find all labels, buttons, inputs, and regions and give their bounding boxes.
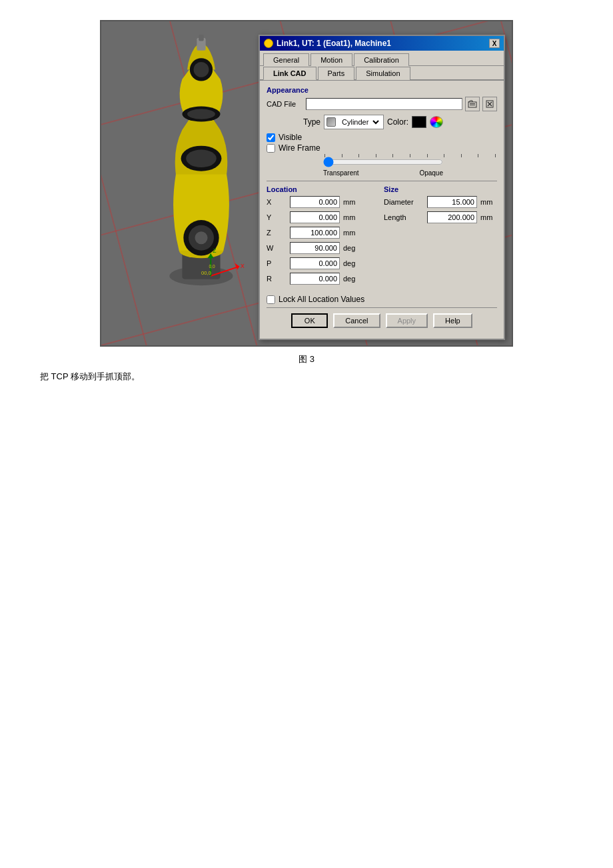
svg-text:00,0: 00,0 (201, 270, 211, 276)
cad-file-input[interactable] (306, 98, 462, 110)
p-unit: deg (343, 259, 360, 267)
p-label: P (267, 259, 287, 267)
length-field-row: Length mm (384, 211, 497, 223)
help-button[interactable]: Help (433, 313, 472, 328)
button-row: OK Cancel Apply Help (267, 307, 497, 333)
tab-general[interactable]: General (263, 53, 309, 66)
svg-text:0,0: 0,0 (209, 264, 215, 269)
dialog-title-left: Link1, UT: 1 (Eoat1), Machine1 (264, 39, 391, 48)
description: 把 TCP 移动到手抓顶部。 (20, 371, 140, 383)
tab-simulation[interactable]: Simulation (356, 67, 410, 80)
p-input[interactable] (290, 257, 340, 269)
type-select[interactable]: Cylinder Box Sphere (338, 116, 381, 128)
w-label: W (267, 244, 287, 252)
y-unit: mm (343, 213, 360, 221)
length-unit: mm (480, 213, 497, 221)
tab-link-cad[interactable]: Link CAD (263, 67, 316, 80)
x-unit: mm (343, 198, 360, 206)
w-input[interactable] (290, 242, 340, 254)
cylinder-icon (326, 117, 336, 127)
robot-viewport: X Z 00,0 0,0 Link1, UT: 1 (Eoat1), Machi… (100, 20, 513, 347)
w-field-row: W deg (267, 242, 377, 254)
diameter-label: Diameter (384, 198, 424, 206)
appearance-label: Appearance (267, 86, 497, 94)
transparency-slider[interactable] (323, 157, 443, 167)
opaque-label: Opaque (419, 169, 443, 177)
caption: 图 3 (299, 353, 314, 365)
x-input[interactable] (290, 196, 340, 208)
z-unit: mm (343, 229, 360, 237)
tab-motion[interactable]: Motion (310, 53, 352, 66)
y-label: Y (267, 213, 287, 221)
svg-point-11 (194, 62, 209, 77)
apply-button[interactable]: Apply (386, 313, 428, 328)
tab-parts[interactable]: Parts (318, 67, 355, 80)
y-input[interactable] (290, 211, 340, 223)
transparency-section: Transparent Opaque (323, 154, 497, 177)
diameter-unit: mm (480, 198, 497, 206)
size-label: Size (384, 185, 497, 193)
lock-row: Lock All Location Values (267, 295, 497, 304)
svg-rect-23 (470, 103, 475, 104)
svg-text:X: X (241, 263, 245, 269)
divider-1 (267, 181, 497, 181)
x-field-row: X mm (267, 196, 377, 208)
slider-labels: Transparent Opaque (323, 169, 443, 177)
color-picker-button[interactable] (430, 116, 443, 128)
delete-cad-button[interactable] (482, 97, 497, 111)
z-field-row: Z mm (267, 227, 377, 239)
svg-point-7 (186, 149, 217, 167)
z-input[interactable] (290, 227, 340, 239)
cancel-button[interactable]: Cancel (333, 313, 380, 328)
y-field-row: Y mm (267, 211, 377, 223)
dialog-content: Appearance CAD File (260, 81, 504, 339)
wire-frame-checkbox[interactable] (267, 144, 275, 153)
svg-rect-13 (199, 35, 204, 41)
location-size-section: Location X mm Y mm (267, 185, 497, 288)
tabs-row-2: Link CAD Parts Simulation (260, 66, 504, 81)
ok-button[interactable]: OK (291, 313, 328, 328)
length-label: Length (384, 213, 424, 221)
color-label: Color: (387, 117, 408, 127)
size-column: Size Diameter mm Length mm (384, 185, 497, 288)
diameter-input[interactable] (427, 196, 477, 208)
dialog: Link1, UT: 1 (Eoat1), Machine1 X General… (259, 35, 505, 340)
transparent-label: Transparent (323, 169, 359, 177)
wire-frame-row: Wire Frame (267, 143, 497, 153)
r-input[interactable] (290, 273, 340, 285)
svg-point-9 (187, 109, 215, 119)
svg-text:Z: Z (213, 247, 216, 254)
lock-label: Lock All Location Values (279, 295, 364, 304)
wire-frame-label: Wire Frame (279, 143, 320, 153)
length-input[interactable] (427, 211, 477, 223)
location-label: Location (267, 185, 377, 193)
type-label: Type (303, 117, 320, 127)
cad-file-label: CAD File (267, 100, 303, 108)
svg-point-5 (195, 231, 207, 244)
dialog-titlebar: Link1, UT: 1 (Eoat1), Machine1 X (260, 36, 504, 51)
p-field-row: P deg (267, 257, 377, 269)
diameter-field-row: Diameter mm (384, 196, 497, 208)
location-column: Location X mm Y mm (267, 185, 377, 288)
cad-file-row: CAD File (267, 97, 497, 111)
z-label: Z (267, 229, 287, 237)
visible-label: Visible (279, 133, 302, 142)
color-swatch[interactable] (412, 116, 426, 128)
visible-row: Visible (267, 133, 497, 142)
w-unit: deg (343, 244, 360, 252)
x-label: X (267, 198, 287, 206)
tab-calibration[interactable]: Calibration (354, 53, 409, 66)
dialog-title: Link1, UT: 1 (Eoat1), Machine1 (277, 39, 391, 48)
r-unit: deg (343, 275, 360, 283)
visible-checkbox[interactable] (267, 133, 275, 142)
browse-button[interactable] (465, 97, 480, 111)
svg-rect-24 (470, 105, 475, 105)
page-container: X Z 00,0 0,0 Link1, UT: 1 (Eoat1), Machi… (0, 0, 613, 868)
type-color-row: Type Cylinder Box Sphere Color: (303, 115, 497, 129)
svg-marker-15 (235, 263, 239, 270)
title-icon (264, 39, 273, 48)
tabs-row-1: General Motion Calibration (260, 51, 504, 66)
r-field-row: R deg (267, 273, 377, 285)
close-button[interactable]: X (489, 39, 500, 48)
lock-checkbox[interactable] (267, 295, 275, 304)
